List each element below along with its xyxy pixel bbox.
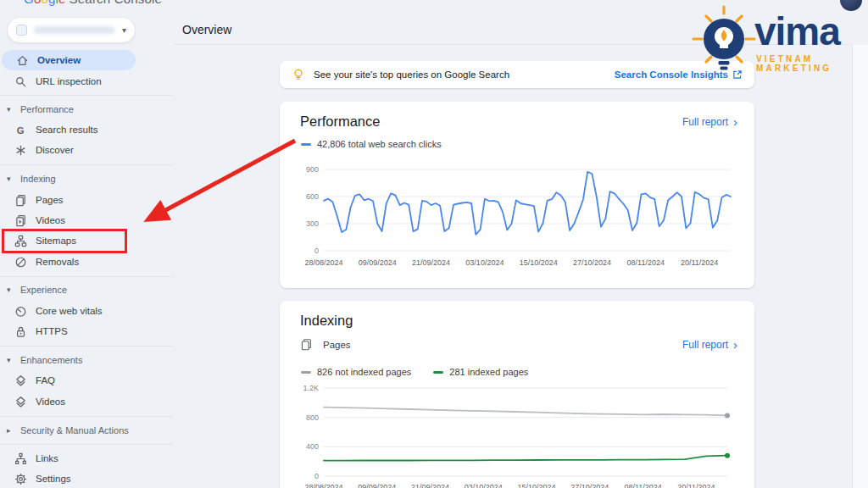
sidebar-section-experience[interactable]: ▾Experience [0,280,174,299]
pages-subsection-label: Pages [323,340,682,350]
svg-text:300: 300 [306,219,319,228]
pages-icon [14,193,27,207]
svg-text:08/11/2024: 08/11/2024 [624,483,661,488]
chevron-down-icon: ▾ [7,105,15,114]
svg-text:27/10/2024: 27/10/2024 [570,483,609,488]
svg-text:20/11/2024: 20/11/2024 [677,483,715,488]
svg-text:03/10/2024: 03/10/2024 [465,483,503,488]
svg-text:21/09/2024: 21/09/2024 [411,483,449,488]
sidebar-item-pages[interactable]: Pages [0,190,174,210]
indexing-card: Indexing Pages Full report › 826 not ind… [280,301,754,488]
insights-banner: See your site's top queries on Google Se… [280,61,754,88]
svg-text:28/08/2024: 28/08/2024 [304,483,342,488]
svg-text:09/09/2024: 09/09/2024 [358,483,396,488]
rich-result-icon [14,395,27,408]
links-icon [14,452,27,465]
sidebar-divider [0,276,174,277]
svg-text:0: 0 [314,472,319,480]
search-console-insights-link[interactable]: Search Console Insights [615,69,743,80]
scrollbar[interactable] [852,45,868,488]
sidebar-section-indexing[interactable]: ▾Indexing [0,169,174,188]
sidebar-item-videos[interactable]: Videos [0,391,174,412]
pages-icon [300,338,313,351]
legend-dash-blue [301,143,311,146]
sidebar-section-security-manual-actions[interactable]: ▸Security & Manual Actions [0,421,174,440]
performance-legend: 42,806 total web search clicks [301,139,442,149]
legend-dash-gray [301,371,311,374]
google-g-icon: G [14,123,27,136]
performance-full-report-link[interactable]: Full report › [682,115,737,128]
svg-text:600: 600 [306,192,319,201]
sidebar-section-enhancements[interactable]: ▾Enhancements [0,351,174,369]
banner-text: See your site's top queries on Google Se… [314,69,615,80]
svg-text:15/10/2024: 15/10/2024 [520,258,558,267]
search-icon [14,75,27,88]
sidebar-divider [0,164,174,165]
header-divider [174,44,851,45]
chevron-right-icon: › [733,115,737,128]
sidebar-item-settings[interactable]: Settings [0,469,174,488]
chevron-right-icon: ▸ [7,426,15,435]
not-indexed-legend: 826 not indexed pages [301,367,411,377]
discover-icon [14,143,27,157]
chevron-down-icon: ▾ [7,175,15,183]
svg-text:900: 900 [306,165,319,174]
svg-text:03/10/2024: 03/10/2024 [465,258,504,267]
external-link-icon [732,69,743,80]
lightbulb-icon [292,68,305,81]
chevron-down-icon: ▾ [7,356,15,364]
svg-text:20/11/2024: 20/11/2024 [681,258,718,267]
sidebar-item-https[interactable]: HTTPS [0,321,174,341]
sidebar-item-links[interactable]: Links [0,448,174,469]
sidebar-item-videos[interactable]: Videos [0,210,174,230]
sidebar-divider [0,95,174,96]
svg-text:28/08/2024: 28/08/2024 [304,258,342,267]
sidebar-item-faq[interactable]: FAQ [0,370,174,391]
videos-icon [14,214,27,227]
legend-dash-green [433,371,443,374]
google-search-console-screen: GoogleSearch Console ▾ Overview Overview… [0,0,868,488]
home-icon [15,53,29,67]
indexing-full-report-link[interactable]: Full report › [682,338,737,351]
removals-icon [14,255,27,269]
svg-text:09/09/2024: 09/09/2024 [359,258,397,267]
performance-title: Performance [300,114,380,130]
sidebar-item-core-web-vitals[interactable]: Core web vitals [0,301,174,321]
sidebar-divider [0,416,174,417]
svg-text:1.2K: 1.2K [303,384,319,392]
svg-text:800: 800 [306,413,319,422]
sidebar-item-sitemaps[interactable]: Sitemaps [0,230,174,251]
indexing-title: Indexing [300,313,353,329]
svg-text:0: 0 [314,247,319,255]
sidebar-item-overview[interactable]: Overview [2,50,136,70]
sidebar-item-removals[interactable]: Removals [0,252,174,272]
sidebar-item-search-results[interactable]: GSearch results [0,119,174,140]
svg-text:08/11/2024: 08/11/2024 [627,258,665,267]
performance-chart: 030060090028/08/202409/09/202421/09/2024… [298,161,739,269]
sidebar-divider [0,346,174,347]
user-avatar[interactable] [840,0,862,11]
chevron-down-icon: ▾ [7,286,15,294]
sidebar-divider [0,444,174,445]
performance-card: Performance Full report › 42,806 total w… [280,102,754,288]
rich-result-icon [14,374,27,387]
svg-text:21/09/2024: 21/09/2024 [412,258,450,267]
sidebar-section-performance[interactable]: ▾Performance [0,100,174,119]
sidebar: OverviewURL inspection▾PerformanceGSearc… [0,0,174,488]
indexing-chart: 04008001.2K28/08/202409/09/202421/09/202… [298,381,739,488]
settings-icon [14,472,27,485]
sidebar-item-url-inspection[interactable]: URL inspection [0,71,174,92]
lock-icon [14,324,27,338]
chevron-right-icon: › [733,338,737,351]
sitemaps-icon [14,234,27,247]
svg-text:27/10/2024: 27/10/2024 [573,258,611,267]
svg-text:15/10/2024: 15/10/2024 [518,483,556,488]
vima-brand-text: vima [754,12,840,51]
indexed-legend: 281 indexed pages [433,367,528,377]
sidebar-item-discover[interactable]: Discover [0,140,174,160]
svg-text:G: G [16,125,24,135]
core-web-vitals-icon [14,304,27,318]
page-title: Overview [182,23,231,36]
svg-text:400: 400 [306,442,319,451]
